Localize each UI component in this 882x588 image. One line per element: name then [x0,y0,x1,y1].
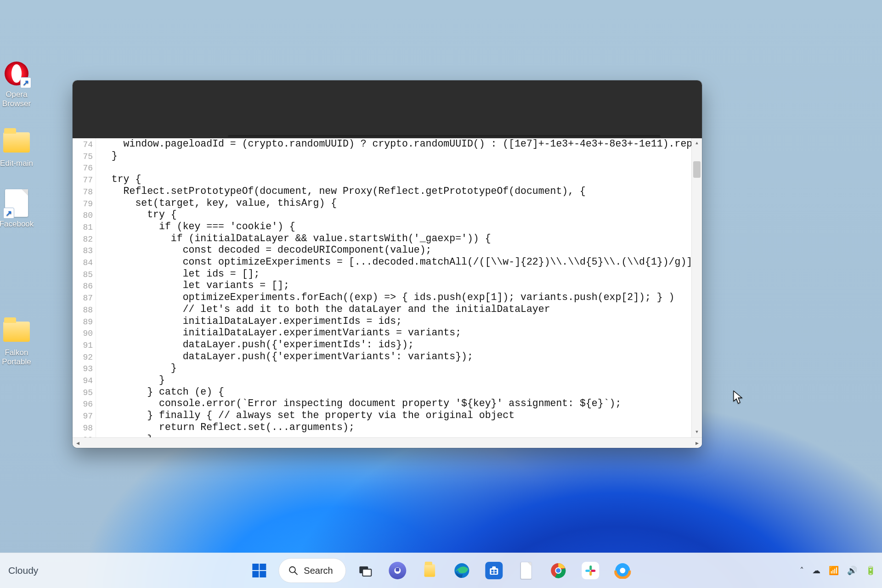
svg-rect-23 [591,570,596,572]
svg-rect-20 [590,565,592,570]
svg-rect-21 [586,570,590,572]
vertical-scrollbar[interactable]: ▴ ▾ [691,138,702,437]
desktop-icon-label: Edit-main [0,159,40,168]
code-lines[interactable]: window.pageloadId = (crypto.randomUUID) … [96,138,691,437]
desktop-icon-edit-main[interactable]: Edit-main [0,128,40,168]
chat-button[interactable] [385,558,411,583]
desktop-icon-label: Facebook [0,220,40,229]
taskbar-weather[interactable]: Cloudy [8,565,38,576]
code-editor[interactable]: 74 75 76 77 78 79 80 81 82 83 84 85 86 8… [73,138,702,437]
scroll-left-icon[interactable]: ◂ [73,438,83,448]
desktop-icon-label: Opera Browser [0,90,40,108]
chrome-button[interactable] [546,558,571,583]
slack-button[interactable] [578,558,604,583]
shortcut-icon: ↗ [2,188,31,218]
horizontal-scrollbar[interactable]: ◂ ▸ [73,437,702,448]
svg-point-4 [289,567,295,573]
weather-label: Cloudy [8,565,38,576]
battery-icon[interactable]: 🔋 [865,565,876,576]
svg-rect-9 [396,568,400,571]
scroll-down-icon[interactable]: ▾ [692,427,702,437]
svg-point-19 [556,568,561,573]
volume-icon[interactable]: 🔊 [847,565,857,576]
chrome-icon [550,562,567,579]
desktop-icon-label: Falkon Portable [0,348,40,367]
search-icon [288,565,298,576]
taskbar-center: Search [246,558,635,583]
svg-rect-11 [490,568,498,575]
folder-icon [2,128,31,157]
desktop-icon-opera[interactable]: ↗ Opera Browser [0,59,40,108]
start-button[interactable] [246,558,272,583]
taskbar[interactable]: Cloudy Search ˄ ☁ 📶 🔊 🔋 [0,553,882,588]
svg-rect-12 [492,566,496,569]
folder-icon [421,562,439,579]
browser-app-button[interactable] [610,558,636,583]
svg-rect-1 [260,564,266,570]
svg-point-26 [620,568,626,573]
desktop-icon-falkon[interactable]: Falkon Portable [0,317,40,367]
svg-rect-16 [495,572,497,574]
folder-icon [2,317,31,346]
toolbar-shadow [228,135,661,138]
code-window[interactable]: 74 75 76 77 78 79 80 81 82 83 84 85 86 8… [73,80,702,448]
slack-icon [582,562,599,579]
svg-rect-15 [492,572,494,574]
line-number-gutter: 74 75 76 77 78 79 80 81 82 83 84 85 86 8… [73,138,96,437]
file-explorer-button[interactable] [417,558,443,583]
task-view-icon [357,562,374,579]
window-titlebar[interactable] [73,80,702,138]
system-tray[interactable]: ˄ ☁ 📶 🔊 🔋 [800,565,876,576]
store-icon [486,562,503,579]
opera-icon: ↗ [2,59,31,88]
svg-rect-13 [492,570,494,571]
scroll-up-icon[interactable]: ▴ [692,138,702,148]
svg-rect-3 [260,571,266,577]
svg-rect-14 [495,570,497,571]
svg-line-5 [294,572,297,575]
windows-logo-icon [250,562,268,579]
chevron-up-icon[interactable]: ˄ [800,565,804,576]
svg-rect-7 [363,569,372,576]
edge-icon [453,562,471,579]
notepad-icon [518,562,535,579]
taskbar-search[interactable]: Search [278,558,346,583]
wifi-icon[interactable]: 📶 [829,565,839,576]
desktop-icon-facebook[interactable]: ↗ Facebook [0,188,40,229]
svg-rect-0 [252,564,259,570]
onedrive-icon[interactable]: ☁ [812,565,820,576]
edge-button[interactable] [449,558,475,583]
chat-icon [389,562,407,579]
browser-app-icon [614,562,632,579]
search-label: Search [304,565,333,576]
task-view-button[interactable] [353,558,379,583]
notepad-button[interactable] [514,558,539,583]
scroll-right-icon[interactable]: ▸ [692,438,702,448]
svg-rect-2 [252,571,259,577]
scroll-thumb[interactable] [693,161,701,178]
ms-store-button[interactable] [481,558,507,583]
